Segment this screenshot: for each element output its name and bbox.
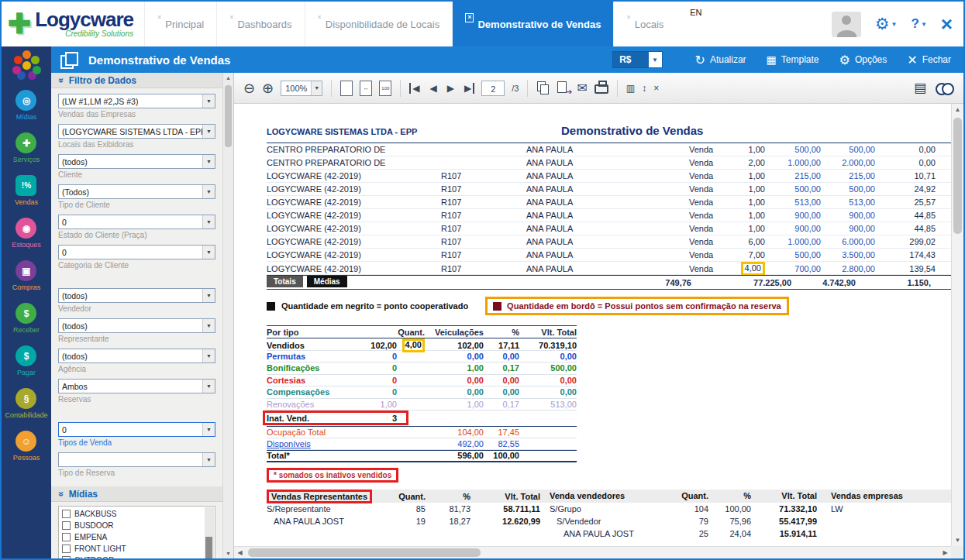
fit-width-icon[interactable]: ↔ bbox=[360, 81, 372, 96]
scroll-left-icon[interactable]: ◀ bbox=[234, 547, 246, 558]
copy-icon[interactable] bbox=[536, 81, 550, 94]
filter-combo-vendedor[interactable]: (todos)▼ bbox=[58, 288, 215, 303]
tab-close-icon[interactable]: × bbox=[157, 13, 161, 21]
help-menu-button[interactable]: ? ▼ bbox=[912, 16, 927, 32]
checkbox-unchecked[interactable] bbox=[62, 521, 71, 530]
midia-item-backbuss[interactable]: BACKBUSS bbox=[62, 508, 202, 520]
user-avatar[interactable] bbox=[832, 12, 861, 37]
settings-menu-button[interactable]: ⚙ ▼ bbox=[875, 15, 898, 33]
refresh-button[interactable]: ↻ Atualizar bbox=[695, 53, 746, 67]
tab-principal[interactable]: ×Principal bbox=[144, 2, 216, 46]
scrollbar-thumb[interactable] bbox=[205, 537, 212, 558]
chevron-down-icon[interactable]: ▼ bbox=[202, 319, 215, 332]
options-button[interactable]: ⚙ Opções bbox=[839, 53, 887, 67]
print-icon[interactable] bbox=[595, 84, 608, 94]
checkbox-unchecked[interactable] bbox=[62, 533, 71, 541]
checkbox-checked[interactable]: ✓ bbox=[62, 556, 71, 558]
close-panel-icon[interactable]: × bbox=[653, 83, 659, 94]
tab-close-icon[interactable]: × bbox=[465, 13, 474, 22]
zoom-in-icon[interactable]: ⊕ bbox=[262, 80, 274, 97]
filter-combo-vendas-das-empresas[interactable]: (LW #1,LM #2,JS #3)▼ bbox=[58, 94, 215, 108]
next-page-icon[interactable]: ▶ bbox=[446, 83, 456, 94]
chevron-down-icon[interactable]: ▼ bbox=[202, 215, 215, 228]
sidebar-item-estoques[interactable]: ◉Estoques bbox=[12, 218, 41, 249]
previous-page-icon[interactable]: ◀ bbox=[429, 83, 439, 94]
close-report-button[interactable]: ✕ Fechar bbox=[907, 53, 951, 67]
sidebar-item-midias[interactable]: ◎Mídias bbox=[16, 90, 36, 121]
sidebar-item-pagar[interactable]: $Pagar bbox=[16, 345, 36, 376]
sidebar-item-vendas[interactable]: !%Vendas bbox=[15, 175, 38, 206]
scroll-right-icon[interactable]: ▶ bbox=[939, 547, 951, 558]
email-icon[interactable]: ✉ bbox=[577, 81, 587, 95]
chevron-down-icon[interactable]: ▼ bbox=[202, 349, 215, 362]
tab-close-icon[interactable]: × bbox=[318, 13, 322, 21]
chevron-down-icon[interactable]: ▼ bbox=[202, 453, 215, 466]
chevron-down-icon[interactable]: ▼ bbox=[202, 155, 215, 168]
scroll-down-icon[interactable]: ▼ bbox=[952, 534, 963, 546]
scroll-up-icon[interactable]: ▲ bbox=[226, 75, 231, 81]
tab-close-icon[interactable]: × bbox=[229, 13, 233, 21]
window-close-button[interactable]: × bbox=[941, 16, 953, 33]
checkbox-unchecked[interactable] bbox=[62, 510, 71, 518]
chevron-down-icon[interactable]: ▼ bbox=[202, 423, 215, 436]
zoom-select[interactable]: 100% ▼ bbox=[281, 81, 322, 96]
horizontal-scrollbar[interactable]: ◀ ▶ bbox=[234, 546, 951, 558]
app-pinwheel-logo[interactable] bbox=[12, 51, 40, 79]
chevron-down-icon[interactable]: ▼ bbox=[202, 289, 215, 302]
filter-section-header[interactable]: « Filtro de Dados bbox=[51, 73, 222, 88]
midias-list-scrollbar[interactable] bbox=[205, 507, 214, 558]
filter-combo-cliente[interactable]: (todos)▼ bbox=[58, 154, 215, 169]
scroll-up-icon[interactable]: ▲ bbox=[952, 104, 963, 115]
scrollbar-thumb[interactable] bbox=[248, 548, 481, 557]
filter-combo-locais-das-exibidoras[interactable]: (LOGYCWARE SISTEMAS LTDA - EPP #▼ bbox=[58, 124, 215, 139]
last-page-icon[interactable]: ▶ bbox=[463, 83, 474, 94]
filter-combo-estado-do-cliente-praca[interactable]: 0▼ bbox=[58, 215, 215, 229]
midia-item-empena[interactable]: EMPENA bbox=[62, 531, 202, 543]
sidebar-item-servicos[interactable]: ✚Serviços bbox=[13, 132, 40, 163]
midia-item-outdoor[interactable]: ✓OUTDOOR bbox=[62, 555, 202, 558]
parameters-panel-icon[interactable]: ▥ bbox=[626, 83, 635, 94]
sidebar-item-compras[interactable]: ▣Compras bbox=[12, 260, 41, 291]
document-map-icon[interactable]: ▤ bbox=[914, 80, 926, 96]
filter-combo-representante[interactable]: (todos)▼ bbox=[58, 318, 215, 333]
tab-close-icon[interactable]: × bbox=[626, 13, 630, 21]
vertical-scrollbar[interactable]: ▲ ▼ bbox=[951, 104, 963, 546]
sidebar-item-receber[interactable]: $Receber bbox=[13, 303, 40, 334]
chevron-down-icon[interactable]: ▼ bbox=[202, 125, 215, 138]
fit-100-icon[interactable]: 100 bbox=[379, 81, 391, 96]
scroll-down-icon[interactable]: ▼ bbox=[226, 551, 231, 556]
scrollbar-thumb[interactable] bbox=[225, 85, 232, 147]
scrollbar-thumb[interactable] bbox=[953, 118, 962, 234]
checkbox-unchecked[interactable] bbox=[62, 545, 71, 553]
page-number-input[interactable]: 2 bbox=[481, 81, 505, 96]
filter-combo-tipos-de-venda[interactable]: 0▼ bbox=[58, 422, 215, 437]
midias-section-header[interactable]: « Mídias bbox=[51, 486, 222, 502]
single-page-view-icon[interactable] bbox=[340, 81, 353, 96]
totais-button[interactable]: Totais bbox=[267, 276, 303, 287]
sidebar-item-contabilidade[interactable]: §Contabilidade bbox=[5, 388, 47, 419]
filter-combo-agencia[interactable]: (todos)▼ bbox=[58, 349, 215, 363]
sidebar-item-pessoas[interactable]: ☺Pessoas bbox=[13, 431, 40, 462]
resize-vertical-icon[interactable]: ↕ bbox=[642, 83, 646, 94]
tab-dashboards[interactable]: ×Dashboards bbox=[216, 2, 304, 46]
first-page-icon[interactable]: ◀ bbox=[409, 83, 421, 94]
tab-demonstrativo-de-vendas[interactable]: ×Demonstrativo de Vendas bbox=[452, 2, 613, 46]
tab-locais[interactable]: ×Locais bbox=[613, 2, 676, 46]
chevron-down-icon[interactable]: ▼ bbox=[202, 380, 215, 393]
zoom-out-icon[interactable]: ⊖ bbox=[243, 80, 255, 97]
filter-combo-tipo-de-reserva[interactable]: ▼ bbox=[58, 452, 215, 467]
midia-item-front-light[interactable]: FRONT LIGHT bbox=[62, 543, 202, 555]
tab-disponibilidade-de-locais[interactable]: ×Disponibilidade de Locais bbox=[305, 2, 453, 46]
template-button[interactable]: ▦ Template bbox=[767, 53, 819, 66]
midia-item-busdoor[interactable]: BUSDOOR bbox=[62, 520, 202, 531]
export-icon[interactable] bbox=[557, 81, 570, 94]
filter-combo-tipo-de-cliente[interactable]: (Todos)▼ bbox=[58, 184, 215, 199]
medias-button[interactable]: Médias bbox=[307, 276, 347, 287]
chevron-down-icon[interactable]: ▼ bbox=[202, 94, 215, 108]
chevron-down-icon[interactable]: ▼ bbox=[202, 246, 215, 259]
filter-combo-reservas[interactable]: Ambos▼ bbox=[58, 379, 215, 393]
currency-select[interactable]: R$ ▼ bbox=[612, 51, 662, 68]
filter-combo-categoria-de-cliente[interactable]: 0▼ bbox=[58, 245, 215, 259]
chevron-down-icon[interactable]: ▼ bbox=[202, 185, 215, 198]
search-binoculars-icon[interactable] bbox=[936, 83, 954, 94]
